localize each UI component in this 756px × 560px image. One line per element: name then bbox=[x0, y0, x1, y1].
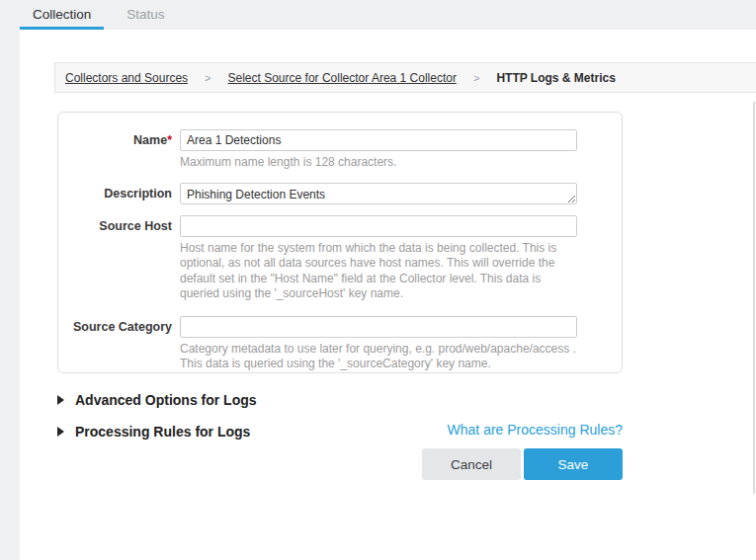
advanced-options-section-toggle[interactable]: Advanced Options for Logs bbox=[57, 392, 257, 408]
description-textarea[interactable]: Phishing Detection Events bbox=[180, 183, 577, 204]
breadcrumb-collectors-and-sources[interactable]: Collectors and Sources bbox=[65, 71, 188, 85]
cancel-button[interactable]: Cancel bbox=[422, 448, 521, 480]
save-button[interactable]: Save bbox=[524, 448, 623, 480]
name-help-text: Maximum name length is 128 characters. bbox=[180, 155, 579, 171]
processing-rules-label: Processing Rules for Logs bbox=[75, 424, 250, 440]
expand-triangle-icon bbox=[57, 427, 64, 437]
source-host-label: Source Host bbox=[58, 215, 172, 237]
breadcrumb-separator-icon: > bbox=[205, 72, 210, 84]
expand-triangle-icon bbox=[57, 395, 64, 405]
breadcrumb-current-page: HTTP Logs & Metrics bbox=[496, 71, 615, 85]
tab-status[interactable]: Status bbox=[114, 0, 177, 30]
name-row: Name* bbox=[58, 129, 622, 151]
description-row: Description Phishing Detection Events bbox=[58, 183, 622, 204]
source-host-help-text: Host name for the system from which the … bbox=[180, 241, 579, 302]
breadcrumb: Collectors and Sources > Select Source f… bbox=[54, 62, 756, 93]
content-panel: Collectors and Sources > Select Source f… bbox=[20, 30, 756, 560]
processing-rules-section-toggle[interactable]: Processing Rules for Logs bbox=[57, 424, 250, 440]
source-host-row: Source Host bbox=[58, 215, 622, 237]
source-config-form: Name* Maximum name length is 128 charact… bbox=[57, 112, 623, 373]
right-panel-divider bbox=[753, 102, 755, 494]
advanced-options-label: Advanced Options for Logs bbox=[75, 392, 257, 408]
source-host-input[interactable] bbox=[180, 215, 577, 237]
name-input[interactable] bbox=[180, 129, 577, 151]
source-category-label: Source Category bbox=[58, 316, 172, 338]
description-label: Description bbox=[58, 183, 172, 204]
required-asterisk: * bbox=[167, 133, 172, 147]
breadcrumb-select-source[interactable]: Select Source for Collector Area 1 Colle… bbox=[228, 71, 457, 85]
source-category-row: Source Category bbox=[58, 316, 622, 338]
form-actions: Cancel Save bbox=[422, 448, 623, 480]
source-category-help-text: Category metadata to use later for query… bbox=[180, 342, 579, 372]
breadcrumb-separator-icon: > bbox=[473, 72, 479, 84]
tab-collection[interactable]: Collection bbox=[20, 0, 104, 30]
tab-bar: Collection Status bbox=[0, 0, 756, 30]
name-label: Name* bbox=[58, 129, 172, 151]
what-are-processing-rules-link[interactable]: What are Processing Rules? bbox=[448, 422, 623, 438]
source-category-input[interactable] bbox=[180, 316, 577, 338]
